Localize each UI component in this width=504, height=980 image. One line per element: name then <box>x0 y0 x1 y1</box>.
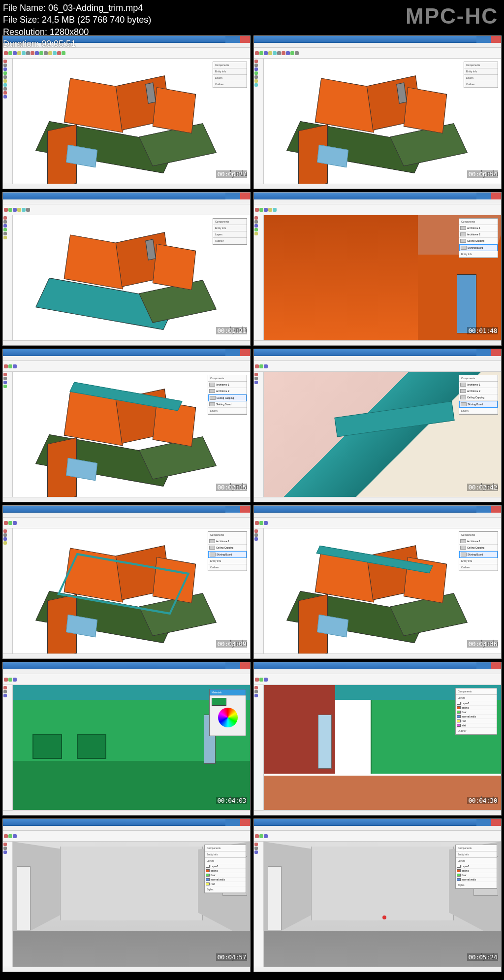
thumbnail-1[interactable]: Components Entity Info Layers Outliner l… <box>2 35 251 189</box>
thumbnail-3[interactable]: ComponentsEntity InfoLayersOutliner lynd… <box>2 192 251 346</box>
thumbnail-8[interactable]: Components Architrave 1 Ceiling Capping … <box>253 505 502 659</box>
thumbnail-10[interactable]: Components Layers Layer0 ceiling floor i… <box>253 662 502 816</box>
thumbnail-4[interactable]: Components Architrave 1 Architrave 2 Cei… <box>253 192 502 346</box>
components-panel[interactable]: Components Architrave 1 Architrave 2 Cei… <box>459 218 498 258</box>
thumbnail-5[interactable]: Components Architrave 1 Architrave 2 Cei… <box>2 349 251 502</box>
viewport[interactable]: Components Entity Info Layers Outliner l… <box>13 59 250 184</box>
file-size: 24,5 MB (25 768 740 bytes) <box>42 15 151 25</box>
thumbnail-12[interactable]: Components Entity Info Layers Layer0 cei… <box>253 818 502 972</box>
thumbnail-7[interactable]: Components Architrave 1 Ceiling Capping … <box>2 505 251 659</box>
side-toolbar <box>3 59 13 184</box>
file-info-overlay: File Name: 06_03-Adding_trim.mp4 File Si… <box>3 2 151 50</box>
file-resolution: 1280x800 <box>50 27 89 37</box>
file-duration: 00:05:51 <box>41 39 76 49</box>
thumbnail-9[interactable]: Materials lynda 00:04:03 <box>2 662 251 816</box>
player-brand-watermark: MPC-HC <box>406 4 498 29</box>
file-name: 06_03-Adding_trim.mp4 <box>48 3 143 13</box>
thumbnail-grid: Components Entity Info Layers Outliner l… <box>2 35 502 972</box>
cursor-marker <box>382 915 386 919</box>
thumbnail-2[interactable]: ComponentsEntity InfoLayersOutliner lynd… <box>253 35 502 189</box>
timestamp: 00:00:27 <box>216 170 247 178</box>
thumbnail-11[interactable]: Components Entity Info Layers Layer0 cei… <box>2 818 251 972</box>
materials-panel[interactable]: Materials <box>209 689 246 736</box>
thumbnail-6[interactable]: Components Architrave 1 Architrave 2 Cei… <box>253 349 502 502</box>
color-wheel[interactable] <box>218 708 238 727</box>
tray-panel[interactable]: Components Entity Info Layers Outliner <box>213 62 247 88</box>
layers-panel[interactable]: Components Layers Layer0 ceiling floor i… <box>455 688 497 735</box>
status-bar <box>3 184 250 189</box>
